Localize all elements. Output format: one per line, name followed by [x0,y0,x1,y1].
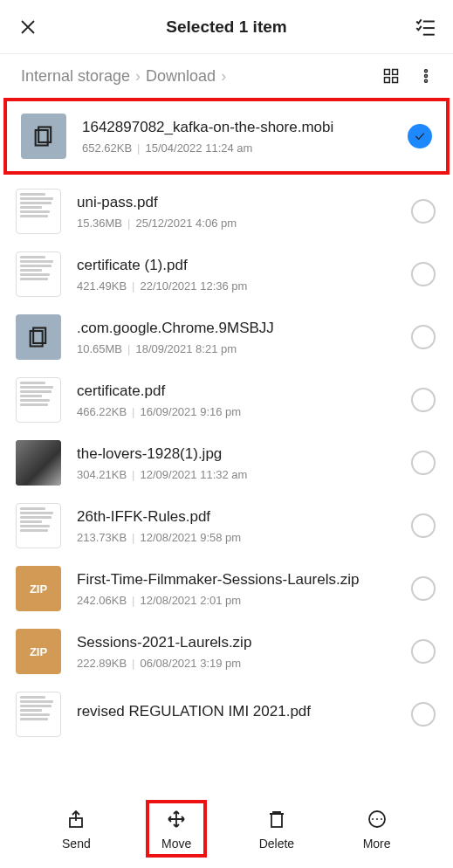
file-details: 242.06KB|12/08/2021 2:01 pm [77,594,404,607]
svg-rect-2 [385,78,390,83]
file-details: 10.65MB|18/09/2021 8:21 pm [77,342,404,355]
svg-rect-12 [271,814,282,827]
file-name: the-lovers-1928(1).jpg [77,445,404,463]
separator: | [132,279,134,293]
bottom-action-bar: Send Move Delete More [0,793,453,868]
close-button[interactable] [16,15,40,39]
zip-thumbnail-icon: ZIP [16,566,61,611]
breadcrumb-current[interactable]: Download [146,67,216,86]
file-meta: certificate.pdf466.22KB|16/09/2021 9:16 … [77,382,404,418]
checkbox-unchecked-icon[interactable] [411,325,436,349]
breadcrumb-root[interactable]: Internal storage [21,67,130,86]
file-name: .com.google.Chrome.9MSBJJ [77,320,404,337]
file-row[interactable]: certificate (1).pdf421.49KB|22/10/2021 1… [0,243,453,306]
breadcrumb[interactable]: Internal storage › Download › [21,67,381,86]
separator: | [127,342,130,355]
file-size: 304.21KB [77,468,127,481]
file-size: 10.65MB [77,342,122,355]
file-name: 1642897082_kafka-on-the-shore.mobi [82,119,401,136]
file-date: 16/09/2021 9:16 pm [141,405,242,418]
view-grid-button[interactable] [381,66,401,86]
doc-thumbnail-icon [16,314,61,360]
file-date: 22/10/2021 12:36 pm [141,279,248,293]
svg-point-5 [425,75,428,78]
file-details: 222.89KB|06/08/2021 3:19 pm [77,657,404,670]
file-meta: certificate (1).pdf421.49KB|22/10/2021 1… [77,257,404,293]
file-meta: First-Time-Filmmaker-Sessions-Laurels.zi… [77,571,404,607]
file-details: 213.73KB|12/08/2021 9:58 pm [77,531,404,544]
file-row[interactable]: 1642897082_kafka-on-the-shore.mobi652.62… [3,98,450,175]
file-row[interactable]: ZIPFirst-Time-Filmmaker-Sessions-Laurels… [0,557,453,620]
file-date: 15/04/2022 11:24 am [146,141,253,155]
zip-thumbnail-icon: ZIP [16,629,61,674]
checkbox-unchecked-icon[interactable] [411,388,436,412]
file-meta: revised REGULATION IMI 2021.pdf [77,703,404,726]
send-label: Send [62,837,91,851]
move-icon [164,807,189,831]
checkbox-unchecked-icon[interactable] [411,513,436,538]
file-row[interactable]: uni-pass.pdf15.36MB|25/12/2021 4:06 pm [0,180,453,243]
file-name: uni-pass.pdf [77,194,404,211]
file-date: 06/08/2021 3:19 pm [141,657,242,670]
file-date: 25/12/2021 4:06 pm [135,217,237,230]
file-date: 12/09/2021 11:32 am [141,468,248,481]
separator: | [132,468,134,481]
separator: | [132,594,134,607]
file-name: First-Time-Filmmaker-Sessions-Laurels.zi… [77,571,404,589]
share-icon [64,807,88,831]
more-icon [365,807,389,831]
pdf-thumbnail-icon [16,503,61,548]
file-row[interactable]: revised REGULATION IMI 2021.pdf [0,683,453,746]
chevron-right-icon: › [135,67,141,86]
file-details: 652.62KB|15/04/2022 11:24 am [82,141,401,155]
checkbox-checked-icon[interactable] [408,124,432,148]
file-row[interactable]: the-lovers-1928(1).jpg304.21KB|12/09/202… [0,431,453,494]
file-size: 421.49KB [77,279,127,293]
doc-thumbnail-icon [21,114,66,159]
separator: | [132,531,134,544]
more-options-button[interactable] [416,66,436,86]
more-label: More [363,837,391,851]
svg-point-16 [381,818,382,820]
separator: | [132,405,134,418]
svg-point-4 [425,70,428,72]
pdf-thumbnail-icon [16,377,61,423]
separator: | [137,141,140,155]
file-row[interactable]: ZIPSessions-2021-Laurels.zip222.89KB|06/… [0,620,453,683]
checkbox-unchecked-icon[interactable] [411,576,436,601]
file-meta: Sessions-2021-Laurels.zip222.89KB|06/08/… [77,634,404,670]
file-details: 304.21KB|12/09/2021 11:32 am [77,468,404,481]
checkbox-unchecked-icon[interactable] [411,262,436,286]
file-size: 466.22KB [77,405,127,418]
file-row[interactable]: .com.google.Chrome.9MSBJJ10.65MB|18/09/2… [0,306,453,369]
file-date: 18/09/2021 8:21 pm [135,342,237,355]
separator: | [132,657,134,670]
checkbox-unchecked-icon[interactable] [411,639,436,664]
file-name: revised REGULATION IMI 2021.pdf [77,703,404,720]
file-name: certificate.pdf [77,382,404,400]
more-button[interactable]: More [347,807,408,851]
checkbox-unchecked-icon[interactable] [411,702,436,727]
send-button[interactable]: Send [45,807,106,851]
file-name: 26th-IFFK-Rules.pdf [77,508,404,526]
move-label: Move [161,837,191,851]
page-title: Selected 1 item [40,17,413,37]
svg-rect-0 [385,70,390,75]
file-row[interactable]: certificate.pdf466.22KB|16/09/2021 9:16 … [0,369,453,431]
delete-button[interactable]: Delete [246,807,307,851]
svg-rect-1 [393,70,398,75]
chevron-right-icon: › [221,67,226,86]
file-list: 1642897082_kafka-on-the-shore.mobi652.62… [0,94,453,746]
file-date: 12/08/2021 9:58 pm [141,531,242,544]
pdf-thumbnail-icon [16,251,61,297]
file-meta: 26th-IFFK-Rules.pdf213.73KB|12/08/2021 9… [77,508,404,544]
move-button[interactable]: Move [146,800,207,858]
file-size: 213.73KB [77,531,127,544]
select-all-button[interactable] [413,15,437,39]
trash-icon [264,807,289,831]
file-row[interactable]: 26th-IFFK-Rules.pdf213.73KB|12/08/2021 9… [0,494,453,557]
checkbox-unchecked-icon[interactable] [411,451,436,475]
separator: | [127,217,130,230]
file-size: 652.62KB [82,141,132,155]
checkbox-unchecked-icon[interactable] [411,199,436,224]
